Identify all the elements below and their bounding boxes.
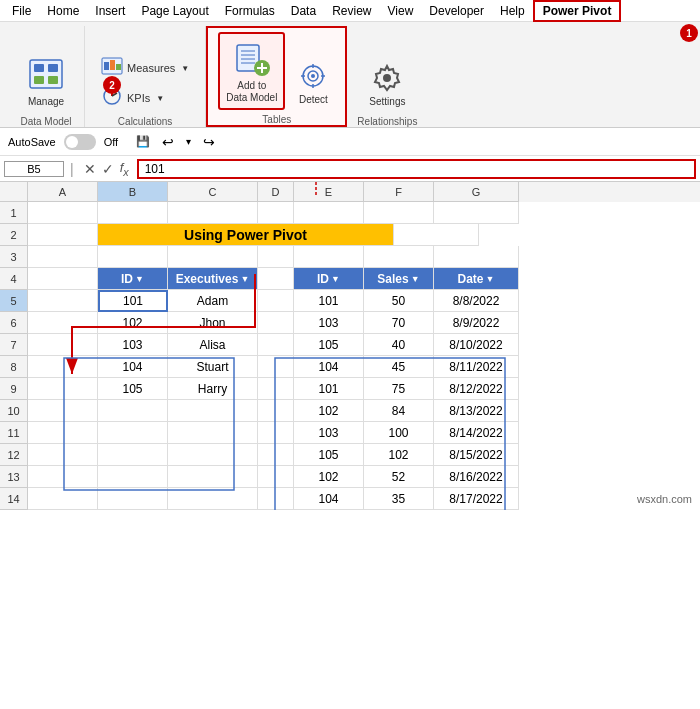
menu-data[interactable]: Data: [283, 2, 324, 20]
cell-f5[interactable]: 50: [364, 290, 434, 312]
cell-f1[interactable]: [364, 202, 434, 224]
cell-e14[interactable]: 104: [294, 488, 364, 510]
cell-g1[interactable]: [434, 202, 519, 224]
cell-c13[interactable]: [168, 466, 258, 488]
cell-d10[interactable]: [258, 400, 294, 422]
filter-e4[interactable]: ▼: [331, 274, 340, 284]
cell-b5[interactable]: 101: [98, 290, 168, 312]
cell-a2[interactable]: [28, 224, 98, 246]
cell-b6[interactable]: 102: [98, 312, 168, 334]
autosave-toggle[interactable]: [64, 134, 96, 150]
cell-e12[interactable]: 105: [294, 444, 364, 466]
cell-a12[interactable]: [28, 444, 98, 466]
cell-g10[interactable]: 8/13/2022: [434, 400, 519, 422]
cell-b2-merged[interactable]: Using Power Pivot: [98, 224, 394, 246]
cell-e3[interactable]: [294, 246, 364, 268]
cell-f8[interactable]: 45: [364, 356, 434, 378]
cell-a13[interactable]: [28, 466, 98, 488]
cell-g12[interactable]: 8/15/2022: [434, 444, 519, 466]
cell-g14[interactable]: 8/17/2022: [434, 488, 519, 510]
cell-d7[interactable]: [258, 334, 294, 356]
cell-d14[interactable]: [258, 488, 294, 510]
cell-f14[interactable]: 35: [364, 488, 434, 510]
cell-e10[interactable]: 102: [294, 400, 364, 422]
cell-g3[interactable]: [434, 246, 519, 268]
cancel-icon[interactable]: ✕: [84, 161, 96, 177]
cell-a11[interactable]: [28, 422, 98, 444]
formula-input[interactable]: [137, 159, 696, 179]
cell-b14[interactable]: [98, 488, 168, 510]
cell-e5[interactable]: 101: [294, 290, 364, 312]
fx-icon[interactable]: fx: [120, 160, 129, 178]
cell-a9[interactable]: [28, 378, 98, 400]
menu-insert[interactable]: Insert: [87, 2, 133, 20]
menu-formulas[interactable]: Formulas: [217, 2, 283, 20]
cell-d4[interactable]: [258, 268, 294, 290]
cell-d11[interactable]: [258, 422, 294, 444]
settings-button[interactable]: Settings: [363, 58, 411, 112]
confirm-icon[interactable]: ✓: [102, 161, 114, 177]
cell-e4[interactable]: ID ▼: [294, 268, 364, 290]
cell-c7[interactable]: Alisa: [168, 334, 258, 356]
menu-file[interactable]: File: [4, 2, 39, 20]
cell-e9[interactable]: 101: [294, 378, 364, 400]
cell-d13[interactable]: [258, 466, 294, 488]
cell-d5[interactable]: [258, 290, 294, 312]
cell-b12[interactable]: [98, 444, 168, 466]
cell-g6[interactable]: 8/9/2022: [434, 312, 519, 334]
cell-b3[interactable]: [98, 246, 168, 268]
menu-review[interactable]: Review: [324, 2, 379, 20]
menu-page-layout[interactable]: Page Layout: [133, 2, 216, 20]
cell-c11[interactable]: [168, 422, 258, 444]
menu-view[interactable]: View: [380, 2, 422, 20]
menu-power-pivot[interactable]: Power Pivot: [533, 0, 622, 22]
cell-a6[interactable]: [28, 312, 98, 334]
cell-d1[interactable]: [258, 202, 294, 224]
cell-g5[interactable]: 8/8/2022: [434, 290, 519, 312]
cell-d8[interactable]: [258, 356, 294, 378]
cell-e13[interactable]: 102: [294, 466, 364, 488]
filter-f4[interactable]: ▼: [411, 274, 420, 284]
cell-e6[interactable]: 103: [294, 312, 364, 334]
measures-dropdown[interactable]: ▼: [181, 64, 189, 73]
cell-f6[interactable]: 70: [364, 312, 434, 334]
cell-b7[interactable]: 103: [98, 334, 168, 356]
cell-a3[interactable]: [28, 246, 98, 268]
cell-b11[interactable]: [98, 422, 168, 444]
cell-e7[interactable]: 105: [294, 334, 364, 356]
cell-f9[interactable]: 75: [364, 378, 434, 400]
cell-c4[interactable]: Executives ▼: [168, 268, 258, 290]
cell-a14[interactable]: [28, 488, 98, 510]
filter-b4[interactable]: ▼: [135, 274, 144, 284]
cell-c1[interactable]: [168, 202, 258, 224]
cell-f13[interactable]: 52: [364, 466, 434, 488]
cell-g9[interactable]: 8/12/2022: [434, 378, 519, 400]
menu-home[interactable]: Home: [39, 2, 87, 20]
cell-a4[interactable]: [28, 268, 98, 290]
cell-g7[interactable]: 8/10/2022: [434, 334, 519, 356]
cell-b4[interactable]: ID ▼: [98, 268, 168, 290]
cell-c14[interactable]: [168, 488, 258, 510]
filter-c4[interactable]: ▼: [240, 274, 249, 284]
cell-g8[interactable]: 8/11/2022: [434, 356, 519, 378]
cell-a1[interactable]: [28, 202, 98, 224]
cell-a7[interactable]: [28, 334, 98, 356]
cell-b10[interactable]: [98, 400, 168, 422]
cell-b8[interactable]: 104: [98, 356, 168, 378]
cell-c8[interactable]: Stuart: [168, 356, 258, 378]
filter-g4[interactable]: ▼: [486, 274, 495, 284]
redo-button[interactable]: ↪: [199, 132, 219, 152]
save-icon[interactable]: 💾: [136, 135, 150, 148]
cell-f11[interactable]: 100: [364, 422, 434, 444]
cell-g11[interactable]: 8/14/2022: [434, 422, 519, 444]
cell-b13[interactable]: [98, 466, 168, 488]
add-to-data-model-button[interactable]: Add to Data Model: [218, 32, 285, 110]
menu-developer[interactable]: Developer: [421, 2, 492, 20]
cell-g4[interactable]: Date ▼: [434, 268, 519, 290]
manage-button[interactable]: Manage: [18, 50, 74, 112]
cell-c10[interactable]: [168, 400, 258, 422]
cell-c12[interactable]: [168, 444, 258, 466]
cell-d9[interactable]: [258, 378, 294, 400]
cell-a8[interactable]: [28, 356, 98, 378]
cell-e8[interactable]: 104: [294, 356, 364, 378]
